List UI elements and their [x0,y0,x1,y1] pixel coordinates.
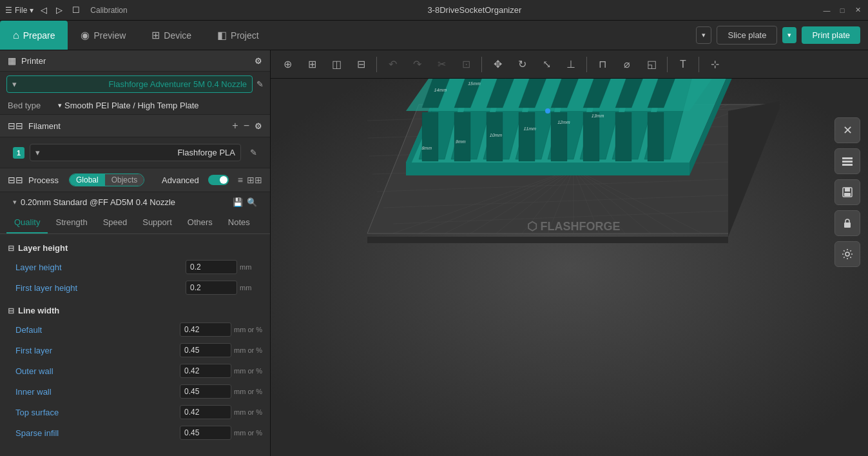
svg-marker-54 [615,112,632,161]
svg-marker-51 [519,112,535,161]
profile-row: ▾ 0.20mm Standard @FF AD5M 0.4 Nozzle 💾 … [6,193,264,211]
rotate-tool[interactable]: ↻ [510,53,534,76]
bed-type-label: Bed type [8,101,53,110]
top-surface-label[interactable]: Top surface [15,408,180,417]
forward-icon[interactable]: ▷ [54,5,64,15]
first-layer-height-value[interactable]: 0.2 [186,281,237,295]
outer-wall-label[interactable]: Outer wall [15,366,180,376]
first-layer-width-value[interactable]: 0.45 [180,343,231,357]
close-button[interactable]: ✕ [853,5,863,15]
filament-settings-icon[interactable]: ⚙ [255,121,262,131]
arrange-tool[interactable]: ⊟ [349,53,372,76]
redo-tool[interactable]: ↷ [405,53,429,76]
process-section-header: ⊟⊟ Process Global Objects Advanced ≡ ⊞⊞ [0,168,270,192]
printer-selector[interactable]: ▾ Flashforge Adventurer 5M 0.4 Nozzle [6,75,253,93]
toggle-objects[interactable]: Objects [105,174,144,186]
line-width-group-label: Line width [18,306,59,315]
printer-settings-icon[interactable]: ⚙ [255,56,262,66]
orient-tool[interactable]: ◫ [325,53,348,76]
profile-chevron[interactable]: ▾ [13,198,17,206]
move-tool[interactable]: ✥ [486,53,509,76]
window-controls: — □ ✕ [822,5,863,15]
default-width-label[interactable]: Default [15,325,180,335]
toggle-global[interactable]: Global [70,174,105,186]
layer-height-group-label: Layer height [18,243,68,253]
tab-support[interactable]: Support [135,212,180,233]
layer-height-group-header: ⊟ Layer height [0,239,270,257]
filament-add-button[interactable]: + [232,120,238,132]
process-label: Process [28,175,59,185]
dropdown-icon[interactable]: ▾ [30,6,34,15]
filament-selector[interactable]: ▾ Flashforge PLA [30,144,241,161]
scale-tool[interactable]: ⤡ [535,53,558,76]
outer-wall-value[interactable]: 0.42 [180,364,231,378]
support-tool[interactable]: ⊓ [591,53,614,76]
printer-label: Printer [21,56,46,66]
profile-search-icon[interactable]: 🔍 [247,197,257,207]
first-layer-height-label[interactable]: First layer height [15,283,186,293]
outer-wall-unit: mm or % [234,367,262,375]
viewport[interactable]: ⬡ FLASHFORGE [271,79,868,456]
seam-tool[interactable]: ⌀ [615,53,639,76]
cut-tool[interactable]: ✂ [430,53,453,76]
profile-save-icon[interactable]: 💾 [233,197,243,207]
top-surface-value[interactable]: 0.42 [180,405,231,419]
print-plate-button[interactable]: Print plate [802,26,860,44]
default-width-input: 0.42 [184,325,199,334]
tab-others[interactable]: Others [180,212,220,233]
filament-remove-button[interactable]: − [244,120,249,132]
copy-tool[interactable]: ⊡ [454,53,477,76]
lock-button[interactable] [834,210,860,236]
layer-height-label[interactable]: Layer height [15,263,186,272]
undo-tool[interactable]: ↶ [381,53,404,76]
device-icon: ⊞ [151,29,160,41]
hamburger-icon[interactable]: ☰ [5,6,12,15]
flatten-tool[interactable]: ⊥ [559,53,583,76]
minimize-button[interactable]: — [822,5,832,15]
print-dropdown-button[interactable]: ▾ [782,27,796,43]
nav-prepare[interactable]: ⌂ Prepare [0,21,68,50]
tab-speed[interactable]: Speed [95,212,135,233]
filament-edit-icon[interactable]: ✎ [250,148,257,157]
nav-preview[interactable]: ◉ Preview [68,21,139,50]
maximize-button[interactable]: □ [837,5,847,15]
tab-strength[interactable]: Strength [48,212,95,233]
layer-height-value[interactable]: 0.2 [186,260,237,274]
nav-device[interactable]: ⊞ Device [139,21,204,50]
sparse-infill-value[interactable]: 0.45 [180,426,231,440]
svg-marker-49 [454,112,470,161]
printer-edit-icon[interactable]: ✎ [256,79,264,89]
sparse-infill-label[interactable]: Sparse infill [15,428,180,438]
tab-quality[interactable]: Quality [6,212,48,233]
svg-text:11mm: 11mm [523,126,537,132]
sparse-infill-input: 0.45 [184,428,199,437]
text-tool[interactable]: T [671,53,695,76]
titlebar-menu[interactable]: ☰ File ▾ [5,6,34,15]
settings-view-button[interactable] [834,241,860,267]
bed-value[interactable]: ▾ Smooth PEI Plate / High Temp Plate [58,101,199,110]
close-view-button[interactable]: ✕ [834,117,860,143]
back-icon[interactable]: ◁ [39,5,49,15]
nav-project[interactable]: ◧ Project [204,21,272,50]
inner-wall-label[interactable]: Inner wall [15,387,180,397]
svg-text:13mm: 13mm [591,114,605,119]
add-object-tool[interactable]: ⊕ [276,53,299,76]
tab-notes[interactable]: Notes [220,212,258,233]
grid-tool[interactable]: ⊞ [300,53,323,76]
slice-dropdown-button[interactable]: ▾ [696,26,711,44]
process-list-icon[interactable]: ≡ [238,175,243,185]
inner-wall-value[interactable]: 0.45 [180,384,231,399]
file-menu[interactable]: File [15,6,27,15]
default-width-value[interactable]: 0.42 [180,322,231,337]
process-grid-icon[interactable]: ⊞⊞ [247,175,262,185]
slice-plate-button[interactable]: Slice plate [717,26,777,45]
advanced-toggle[interactable] [208,175,229,185]
measure-tool[interactable]: ⊹ [703,53,726,76]
svg-point-76 [845,252,849,256]
save-view-button[interactable] [834,179,860,205]
save-icon[interactable]: ☐ [72,5,80,15]
layers-view-button[interactable] [834,148,860,174]
line-width-group-icon: ⊟ [8,306,14,315]
modifier-tool[interactable]: ◱ [640,53,663,76]
first-layer-width-label[interactable]: First layer [15,346,180,355]
